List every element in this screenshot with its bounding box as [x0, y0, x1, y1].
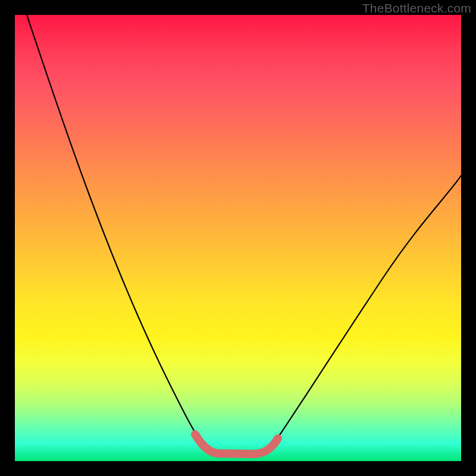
watermark-text: TheBottleneck.com [362, 1, 471, 15]
plot-area [15, 15, 461, 461]
trough-highlight [195, 434, 278, 454]
bottleneck-curve [27, 15, 461, 454]
curve-svg [15, 15, 461, 461]
chart-stage: TheBottleneck.com [0, 0, 476, 476]
